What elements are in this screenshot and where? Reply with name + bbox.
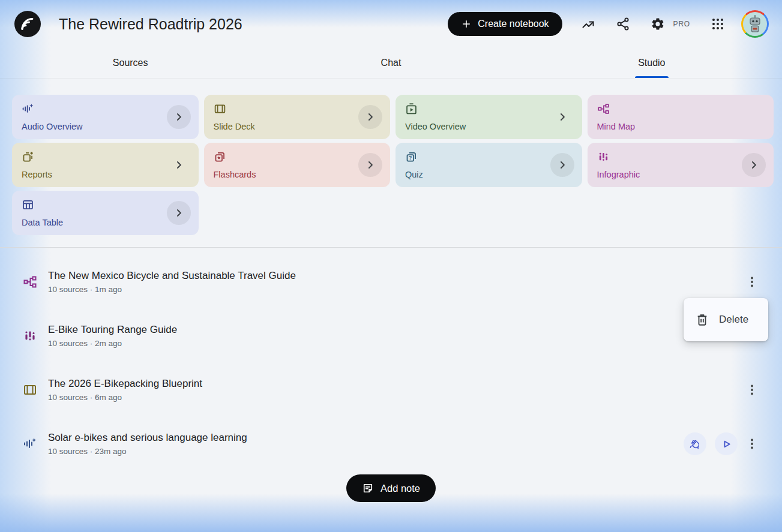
create-notebook-label: Create notebook (478, 19, 549, 29)
interactive-mode-button[interactable] (684, 432, 706, 455)
add-note-label: Add note (380, 483, 420, 494)
play-icon (720, 438, 733, 450)
tab-chat-label: Chat (381, 58, 402, 68)
artifact-title: The 2026 E-Bikepacking Blueprint (48, 378, 745, 390)
quiz-icon: ? (405, 151, 418, 163)
slide-deck-icon (214, 103, 226, 115)
artifact-meta: 10 sources · 23m ago (48, 447, 684, 456)
notebook-title: The Rewired Roadtrip 2026 (59, 16, 242, 33)
create-notebook-button[interactable]: Create notebook (448, 12, 562, 36)
app-logo[interactable] (14, 11, 41, 37)
tool-card-slide-deck[interactable]: Slide Deck (204, 95, 391, 139)
artifact-row-infographic[interactable]: E-Bike Touring Range Guide 10 sources · … (0, 309, 782, 363)
data-table-icon (22, 199, 34, 211)
add-note-button[interactable]: Add note (346, 474, 436, 502)
artifact-row-slide-deck[interactable]: The 2026 E-Bikepacking Blueprint 10 sour… (0, 363, 782, 417)
tool-card-video-overview[interactable]: Video Overview (396, 95, 582, 139)
tool-label: Video Overview (405, 122, 573, 131)
tab-bar: Sources Chat Studio (0, 48, 782, 79)
play-button[interactable] (715, 432, 738, 455)
tab-sources[interactable]: Sources (0, 48, 260, 78)
tool-label: Quiz (405, 170, 573, 179)
plus-icon (461, 19, 472, 29)
chevron-right-icon[interactable] (167, 105, 191, 129)
chevron-right-icon[interactable] (550, 153, 574, 177)
artifact-list: The New Mexico Bicycle and Sustainable T… (0, 248, 782, 502)
app-header: The Rewired Roadtrip 2026 Create noteboo… (0, 0, 782, 48)
artifact-meta: 10 sources · 2m ago (48, 339, 759, 348)
share-icon[interactable] (616, 17, 630, 31)
chevron-right-icon[interactable] (358, 153, 382, 177)
artifact-row-mind-map[interactable]: The New Mexico Bicycle and Sustainable T… (0, 255, 782, 309)
chevron-right-icon[interactable] (358, 105, 382, 129)
tool-card-audio-overview[interactable]: Audio Overview (12, 95, 199, 139)
avatar-robot-image (743, 12, 767, 36)
mind-map-icon (597, 103, 610, 115)
tool-label: Data Table (22, 218, 189, 227)
hand-wave-icon (689, 438, 702, 450)
tab-studio-label: Studio (638, 58, 665, 68)
tool-card-quiz[interactable]: ? Quiz (396, 143, 582, 187)
tool-label: Reports (22, 170, 189, 179)
tool-card-reports[interactable]: Reports (12, 143, 199, 187)
tool-label: Audio Overview (22, 122, 189, 131)
tab-sources-label: Sources (113, 58, 148, 68)
tool-card-data-table[interactable]: Data Table (12, 191, 199, 235)
menu-item-delete-label: Delete (719, 314, 748, 326)
note-icon (362, 482, 374, 494)
chevron-right-icon[interactable] (167, 201, 191, 225)
artifact-title: The New Mexico Bicycle and Sustainable T… (48, 270, 745, 282)
chevron-right-icon[interactable] (167, 153, 191, 177)
svg-text:?: ? (409, 155, 412, 161)
tab-chat[interactable]: Chat (260, 48, 521, 78)
analytics-icon[interactable] (581, 17, 595, 31)
context-menu: Delete (684, 298, 768, 341)
settings-gear-icon[interactable] (651, 17, 665, 31)
more-options-icon[interactable] (745, 275, 759, 289)
trash-icon (696, 313, 709, 326)
infographic-icon (597, 151, 610, 163)
tool-label: Slide Deck (214, 122, 381, 131)
tab-studio[interactable]: Studio (522, 48, 782, 78)
tool-card-infographic[interactable]: Infographic (588, 143, 774, 187)
notebooklm-page: The Rewired Roadtrip 2026 Create noteboo… (0, 0, 782, 532)
tool-card-flashcards[interactable]: Flashcards (204, 143, 391, 187)
infographic-icon (23, 329, 37, 343)
tool-card-mind-map[interactable]: Mind Map (588, 95, 774, 139)
pro-badge: PRO (673, 20, 690, 28)
menu-item-delete[interactable]: Delete (684, 304, 768, 335)
artifact-row-audio-overview[interactable]: Solar e-bikes and serious language learn… (0, 417, 782, 471)
slide-deck-icon (23, 383, 37, 397)
video-overview-icon (405, 103, 418, 115)
reports-icon (22, 151, 34, 163)
chevron-right-icon[interactable] (550, 105, 574, 129)
more-options-icon[interactable] (745, 437, 759, 451)
artifact-title: E-Bike Touring Range Guide (48, 324, 759, 336)
apps-grid-icon[interactable] (711, 17, 725, 31)
audio-waveform-sparkle-icon (22, 103, 34, 115)
artifact-meta: 10 sources · 1m ago (48, 285, 745, 294)
tool-label: Mind Map (597, 122, 765, 131)
user-avatar[interactable] (741, 10, 769, 38)
studio-tools-grid: Audio Overview Slide Deck Video Overview… (12, 95, 774, 235)
artifact-meta: 10 sources · 6m ago (48, 393, 745, 402)
flashcards-icon (214, 151, 226, 163)
artifact-title: Solar e-bikes and serious language learn… (48, 432, 684, 444)
chevron-right-icon[interactable] (742, 153, 766, 177)
mind-map-icon (23, 275, 37, 289)
audio-waveform-sparkle-icon (23, 437, 37, 451)
tool-label: Infographic (597, 170, 765, 179)
more-options-icon[interactable] (745, 383, 759, 397)
tool-label: Flashcards (214, 170, 381, 179)
